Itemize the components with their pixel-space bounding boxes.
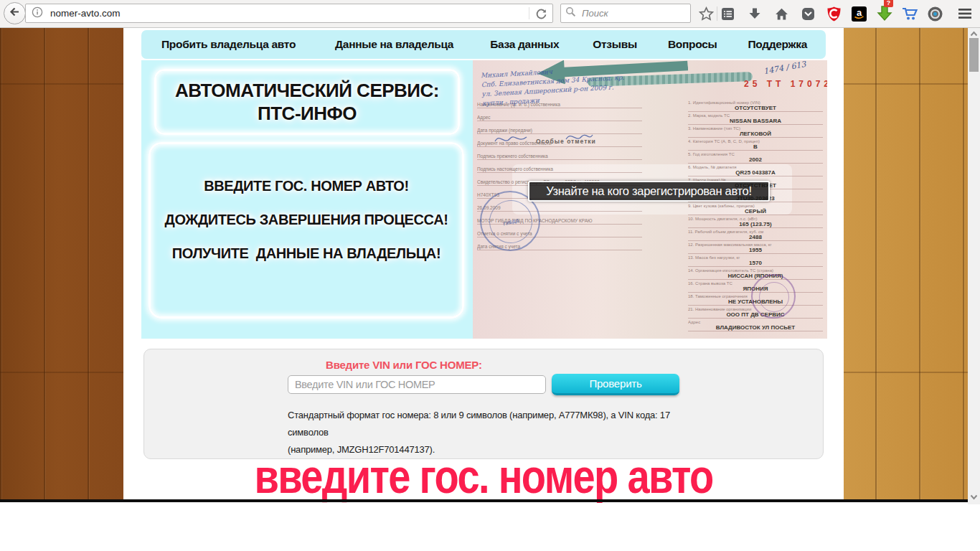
nav-item[interactable]: Отзывы — [593, 38, 637, 51]
document-field-row: Адрес ВЛАДИВОСТОК УЛ ПОСЬЕТ — [688, 320, 823, 331]
globe-eye-button[interactable] — [925, 0, 944, 27]
round-stamp-purple-inner — [759, 282, 789, 312]
red-shield-button[interactable] — [825, 0, 843, 27]
hero-panel: АВТОМАТИЧЕСКИЙ СЕРВИС: ПТС-ИНФО ВВЕДИТЕ … — [141, 60, 473, 339]
document-field-value: НИССАН (ЯПОНИЯ) — [688, 273, 823, 280]
info-icon[interactable] — [32, 6, 43, 21]
nav-item[interactable]: База данных — [490, 38, 559, 51]
screen: nomer-avto.com — [0, 0, 980, 551]
nav-item[interactable]: Поддержка — [748, 38, 807, 51]
check-button[interactable]: Проверить — [552, 374, 679, 395]
document-field-value: ООО ПТ ДВ СЕРВИС — [688, 311, 823, 319]
document-field-value: B — [688, 143, 823, 151]
page-viewport: Пробить владельца автоДанные на владельц… — [0, 27, 980, 504]
hero-slogan-box: ВВЕДИТЕ ГОС. НОМЕР АВТО!ДОЖДИТЕСЬ ЗАВЕРШ… — [149, 142, 464, 319]
document-field-row: 1. Идентификационный номер (VIN) ОТСУТСТ… — [688, 100, 823, 112]
url-text: nomer-avto.com — [50, 8, 121, 19]
pocket-button[interactable] — [799, 0, 816, 27]
register-lookup-button[interactable]: Узнайте на кого зарегистрирован авто! — [528, 181, 770, 202]
scrollbar-thumb[interactable] — [969, 38, 979, 72]
green-download-button[interactable]: ? — [875, 0, 894, 27]
home-button[interactable] — [773, 0, 790, 27]
browser-toolbar: nomer-avto.com — [0, 0, 980, 28]
document-field-row: 6. Модель, № двигателя QR25 043387A — [688, 165, 823, 176]
content-column: Пробить владельца автоДанные на владельц… — [123, 27, 844, 499]
menu-button[interactable] — [956, 0, 974, 27]
document-field-row: 3. Наименование (тип ТС) ЛЕГКОВОЙ — [688, 126, 823, 138]
document-field-value: СЕРЫЙ — [688, 208, 823, 215]
svg-text:a: a — [857, 6, 862, 17]
document-field-value: 1570 — [688, 260, 823, 267]
hero-slogan: ПОЛУЧИТЕ ДАННЫЕ НА ВЛАДЕЛЬЦА! — [151, 246, 462, 260]
cart-button[interactable] — [900, 0, 919, 27]
scrollbar-down-arrow[interactable] — [969, 492, 979, 501]
clipboard-list-button[interactable] — [719, 0, 736, 27]
nav-item[interactable]: Вопросы — [668, 38, 717, 51]
bookmark-star-button[interactable] — [697, 0, 715, 27]
big-red-text: введите гос. номер авто — [177, 455, 789, 498]
green-download-badge: ? — [884, 0, 893, 7]
document-field-value: ОТСУТСТВУЕТ — [688, 105, 823, 112]
document-field-line: Дата продажи (передачи) — [477, 128, 642, 134]
document-field-line: Адрес — [477, 115, 642, 121]
hero-slogan: ДОЖДИТЕСЬ ЗАВЕРШЕНИЯ ПРОЦЕССА! — [151, 212, 462, 227]
main-nav: Пробить владельца автоДанные на владельц… — [141, 30, 826, 59]
document-field-row: 2. Марка, модель ТС NISSAN BASSARA — [688, 113, 823, 125]
signature-squiggle — [494, 134, 527, 146]
document-field-row: 10. Мощность двигателя, л.с. (кВт) 165 (… — [688, 217, 823, 228]
nav-item[interactable]: Пробить владельца авто — [161, 38, 296, 51]
check-form: Введите VIN или ГОС НОМЕР: Проверить Ста… — [143, 349, 824, 459]
scrollbar-up-arrow[interactable] — [969, 29, 979, 38]
hero-title-box: АВТОМАТИЧЕСКИЙ СЕРВИС: ПТС-ИНФО — [154, 69, 460, 135]
reload-button[interactable] — [535, 8, 547, 23]
nav-item[interactable]: Данные на владельца — [335, 38, 453, 51]
round-stamp-blue-inner: ГИБДД — [485, 196, 537, 248]
document-field-value: ЛЕГКОВОЙ — [688, 131, 823, 138]
document-field-value: 1955 — [688, 247, 823, 254]
hero-title-line2: ПТС-ИНФО — [258, 102, 357, 125]
document-field-line: Подпись настоящего собственника — [477, 166, 642, 173]
document-corner-note: 1474 / 613 — [763, 60, 806, 76]
form-label: Введите VIN или ГОС НОМЕР: — [326, 359, 482, 371]
document-field-value: QR25 043387A — [688, 169, 823, 176]
document-field-value: 165 (123.75) — [688, 221, 823, 228]
search-input[interactable] — [580, 7, 710, 19]
document-field-value: 2002 — [688, 156, 823, 164]
document-field-row: 9. Цвет кузова (кабины, прицепа) СЕРЫЙ — [688, 204, 823, 215]
amazon-icon-button[interactable]: a — [850, 0, 868, 27]
section-divider-line — [0, 499, 968, 502]
search-bar[interactable] — [560, 4, 691, 23]
document-field-value: NISSAN BASSARA — [688, 118, 823, 125]
document-field-line: Подпись прежнего собственника — [477, 154, 642, 160]
vin-input[interactable] — [288, 375, 546, 394]
document-field-row: 11. Рабочий объем двигателя, куб. см 248… — [688, 230, 823, 241]
toolbar-separator — [717, 6, 717, 21]
downloads-button[interactable] — [747, 0, 763, 27]
document-handwriting: Михаил МихайловичСпб. Елизаветинская дом… — [481, 64, 626, 108]
search-icon — [561, 6, 576, 20]
document-field-row: 5. Год изготовления ТС 2002 — [688, 152, 823, 164]
round-stamp-purple — [751, 274, 796, 319]
back-icon — [9, 6, 21, 21]
document-osobye-label: Особые отметки — [536, 138, 596, 145]
document-field-value: ВЛАДИВОСТОК УЛ ПОСЬЕТ — [688, 324, 823, 331]
hero-slogan: ВВЕДИТЕ ГОС. НОМЕР АВТО! — [151, 179, 462, 193]
document-serial: 25 ТТ 170727 — [744, 79, 827, 89]
hero-title-line1: АВТОМАТИЧЕСКИЙ СЕРВИС: — [175, 79, 439, 102]
scrollbar[interactable] — [968, 27, 980, 504]
document-field-value: 2488 — [688, 234, 823, 241]
document-field-row: 14. Организация-изготовитель ТС (страна)… — [688, 268, 823, 280]
document-photo: 25 ТТ 170727 1474 / 613 Наименование (ф.… — [473, 60, 827, 339]
form-note-line1: Стандартный формат гос номера: 8 или 9 с… — [288, 407, 704, 441]
url-separator — [529, 7, 529, 19]
url-bar[interactable]: nomer-avto.com — [25, 4, 553, 23]
back-button[interactable] — [4, 2, 26, 24]
document-field-row: 13. Масса без нагрузки, кг 1570 — [688, 255, 823, 267]
document-field-row: 4. Категория ТС (A, B, C, D, прицеп) B — [688, 139, 823, 151]
document-field-row: 12. Разрешенная максимальная масса, кг 1… — [688, 242, 823, 254]
